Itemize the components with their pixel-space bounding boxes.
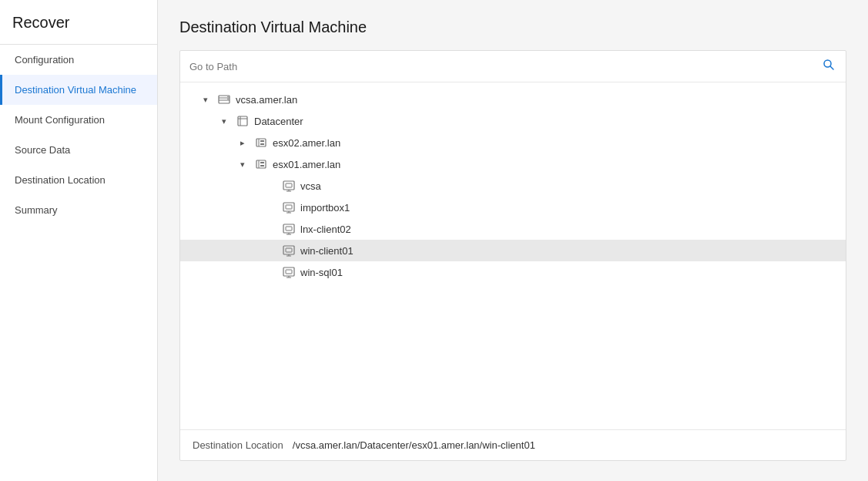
svg-rect-27 bbox=[286, 227, 292, 230]
toggle-esx02[interactable]: ▸ bbox=[236, 136, 250, 150]
svg-rect-18 bbox=[283, 181, 294, 190]
svg-rect-12 bbox=[260, 140, 264, 142]
sidebar-item-destination-vm[interactable]: Destination Virtual Machine bbox=[0, 75, 157, 105]
svg-rect-34 bbox=[283, 267, 294, 276]
datacenter-icon bbox=[236, 114, 250, 128]
dest-location-value: /vcsa.amer.lan/Datacenter/esx01.amer.lan… bbox=[293, 439, 535, 451]
svg-rect-16 bbox=[260, 162, 264, 163]
svg-rect-23 bbox=[286, 205, 292, 209]
vm-icon bbox=[282, 179, 296, 193]
svg-line-1 bbox=[830, 66, 833, 69]
sidebar-item-mount-configuration[interactable]: Mount Configuration bbox=[0, 105, 157, 135]
datacenter-icon bbox=[217, 92, 231, 106]
svg-point-5 bbox=[227, 96, 229, 98]
main-content: Destination Virtual Machine ▾ vcsa.amer.… bbox=[158, 0, 868, 481]
svg-rect-14 bbox=[256, 160, 266, 168]
svg-rect-17 bbox=[260, 165, 264, 166]
destination-location-bar: Destination Location /vcsa.amer.lan/Data… bbox=[180, 429, 846, 460]
node-label-win-sql01: win-sql01 bbox=[300, 267, 343, 278]
node-label-datacenter: Datacenter bbox=[254, 116, 303, 127]
search-bar bbox=[180, 51, 846, 82]
tree-body: ▾ vcsa.amer.lan ▾ Datacenter ▸ bbox=[180, 82, 846, 429]
sidebar-item-configuration[interactable]: Configuration bbox=[0, 45, 157, 75]
svg-rect-19 bbox=[286, 183, 292, 187]
tree-row[interactable]: ▾ Datacenter bbox=[180, 110, 846, 132]
sidebar-item-destination-location[interactable]: Destination Location bbox=[0, 165, 157, 195]
sidebar: Recover Configuration Destination Virtua… bbox=[0, 0, 158, 481]
node-label-lnx-client02: lnx-client02 bbox=[300, 224, 351, 235]
svg-rect-35 bbox=[286, 270, 292, 274]
sidebar-item-source-data[interactable]: Source Data bbox=[0, 135, 157, 165]
tree-row[interactable]: ▸ lnx-client02 bbox=[180, 218, 846, 240]
svg-rect-30 bbox=[283, 246, 294, 254]
host-icon bbox=[254, 136, 268, 150]
toggle-datacenter[interactable]: ▾ bbox=[217, 114, 231, 128]
tree-panel: ▾ vcsa.amer.lan ▾ Datacenter ▸ bbox=[179, 50, 846, 461]
sidebar-title: Recover bbox=[0, 0, 157, 45]
svg-rect-7 bbox=[238, 116, 247, 126]
dest-location-label: Destination Location bbox=[193, 439, 283, 451]
node-label-vcsa-vm: vcsa bbox=[300, 180, 321, 192]
svg-rect-26 bbox=[283, 224, 294, 233]
tree-row[interactable]: ▾ vcsa.amer.lan bbox=[180, 89, 846, 110]
vm-icon bbox=[282, 244, 296, 257]
toggle-vcsa-amer-lan[interactable]: ▾ bbox=[199, 92, 213, 106]
search-input[interactable] bbox=[189, 61, 815, 72]
tree-row[interactable]: ▸ win-sql01 bbox=[180, 261, 846, 283]
node-label-esx01: esx01.amer.lan bbox=[273, 159, 340, 170]
vm-icon bbox=[282, 265, 296, 279]
toggle-esx01[interactable]: ▾ bbox=[236, 157, 250, 171]
node-label-win-client01: win-client01 bbox=[300, 245, 354, 257]
svg-point-6 bbox=[227, 99, 229, 100]
svg-rect-13 bbox=[260, 143, 264, 145]
search-button[interactable] bbox=[821, 57, 836, 76]
sidebar-nav: Configuration Destination Virtual Machin… bbox=[0, 45, 157, 225]
svg-rect-22 bbox=[283, 203, 294, 211]
tree-row[interactable]: ▸ vcsa bbox=[180, 175, 846, 197]
host-icon bbox=[254, 157, 268, 171]
vm-icon bbox=[282, 222, 296, 236]
node-label-importbox1: importbox1 bbox=[300, 202, 350, 214]
tree-row[interactable]: ▸ importbox1 bbox=[180, 197, 846, 218]
sidebar-item-summary[interactable]: Summary bbox=[0, 195, 157, 225]
tree-row-selected[interactable]: ▸ win-client01 bbox=[180, 240, 846, 261]
node-label-vcsa: vcsa.amer.lan bbox=[236, 94, 297, 106]
svg-rect-31 bbox=[286, 248, 292, 252]
tree-row[interactable]: ▾ esx01.amer.lan bbox=[180, 153, 846, 175]
svg-rect-10 bbox=[256, 139, 266, 146]
page-title: Destination Virtual Machine bbox=[179, 18, 846, 36]
vm-icon bbox=[282, 200, 296, 214]
tree-row[interactable]: ▸ esx02.amer.lan bbox=[180, 132, 846, 153]
node-label-esx02: esx02.amer.lan bbox=[273, 137, 340, 149]
